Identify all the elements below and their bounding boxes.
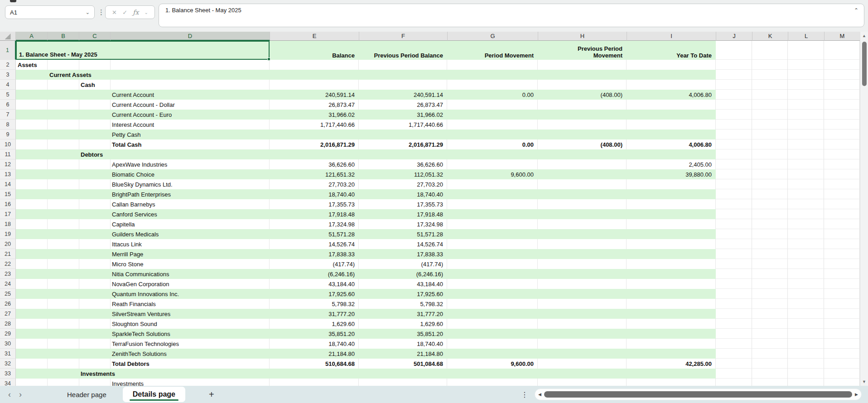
cell[interactable] [447, 339, 538, 349]
row-number[interactable]: 7 [0, 110, 16, 120]
cell[interactable] [627, 110, 716, 120]
cell[interactable] [824, 269, 860, 279]
cell[interactable] [538, 209, 627, 219]
cell[interactable] [788, 70, 824, 80]
cell[interactable] [716, 139, 752, 149]
row-number[interactable]: 9 [0, 130, 16, 139]
cell[interactable]: 9,600.00 [447, 169, 538, 179]
cell-label[interactable]: Ittacus Link [16, 239, 270, 249]
cell-label[interactable]: Assets [16, 60, 270, 70]
cell[interactable] [538, 219, 627, 229]
cell[interactable] [538, 379, 627, 386]
cell[interactable] [538, 189, 627, 199]
cell[interactable] [538, 80, 627, 90]
cell[interactable] [788, 339, 824, 349]
cell[interactable] [447, 329, 538, 339]
cell[interactable] [627, 229, 716, 239]
cell[interactable]: 1,717,440.66 [359, 120, 447, 130]
cell[interactable] [627, 279, 716, 289]
cell[interactable] [627, 179, 716, 189]
cell[interactable] [788, 149, 824, 159]
vertical-scrollbar-thumb[interactable] [862, 42, 867, 86]
selected-title-cell[interactable]: 1. Balance Sheet - May 2025 [16, 41, 270, 60]
cell[interactable]: 31,966.02 [270, 110, 359, 120]
row-number[interactable]: 11 [0, 149, 16, 159]
cell[interactable] [716, 120, 752, 130]
cell[interactable]: 510,684.68 [270, 359, 359, 369]
cell[interactable]: 17,324.98 [359, 219, 447, 229]
cell[interactable] [824, 130, 860, 139]
cell[interactable] [359, 379, 447, 386]
cell[interactable] [824, 249, 860, 259]
cell[interactable] [270, 80, 359, 90]
cell[interactable] [538, 319, 627, 329]
cell[interactable] [824, 100, 860, 110]
column-header-M[interactable]: M [825, 32, 860, 41]
cell[interactable] [716, 279, 752, 289]
cell-label[interactable]: Reath Financials [16, 299, 270, 309]
row-number[interactable]: 8 [0, 120, 16, 130]
cell[interactable] [716, 159, 752, 169]
row-number[interactable]: 12 [0, 159, 16, 169]
cell[interactable] [627, 259, 716, 269]
cell[interactable] [447, 209, 538, 219]
cell[interactable] [824, 329, 860, 339]
cell[interactable] [447, 189, 538, 199]
cell[interactable] [788, 189, 824, 199]
cell[interactable]: 39,880.00 [627, 169, 716, 179]
cell[interactable]: 18,740.40 [270, 189, 359, 199]
cell[interactable] [716, 130, 752, 139]
cell[interactable] [788, 159, 824, 169]
cell[interactable] [538, 339, 627, 349]
cell[interactable] [752, 159, 788, 169]
fx-chevron-icon[interactable]: ⌄ [144, 10, 148, 15]
column-header-C[interactable]: C [79, 32, 111, 41]
cell[interactable] [447, 319, 538, 329]
cell[interactable] [359, 369, 447, 379]
cell[interactable] [447, 179, 538, 189]
cell[interactable] [752, 219, 788, 229]
cell[interactable] [447, 349, 538, 359]
cell[interactable]: 43,184.40 [359, 279, 447, 289]
cell[interactable] [788, 199, 824, 209]
cell[interactable] [716, 229, 752, 239]
cell[interactable]: 18,740.40 [270, 339, 359, 349]
scroll-left-icon[interactable]: ◀ [538, 392, 541, 397]
row-number[interactable]: 5 [0, 90, 16, 100]
cell[interactable]: 17,925.60 [359, 289, 447, 299]
cell[interactable] [824, 239, 860, 249]
cell-label[interactable]: Interest Account [16, 120, 270, 130]
cell[interactable] [716, 319, 752, 329]
cell-label[interactable]: Total Debtors [16, 359, 270, 369]
cell[interactable] [627, 299, 716, 309]
cell[interactable]: 2,405.00 [627, 159, 716, 169]
cell[interactable] [716, 259, 752, 269]
column-header-A[interactable]: A [16, 32, 48, 41]
cell-label[interactable]: Current Account [16, 90, 270, 100]
cell[interactable] [716, 219, 752, 229]
cell[interactable] [788, 80, 824, 90]
cell[interactable] [752, 90, 788, 100]
cell[interactable] [788, 309, 824, 319]
cell[interactable] [359, 130, 447, 139]
cell[interactable]: 21,184.80 [270, 349, 359, 359]
cell[interactable]: 18,740.40 [359, 189, 447, 199]
cell[interactable] [270, 130, 359, 139]
cell[interactable] [447, 289, 538, 299]
row-number[interactable]: 26 [0, 299, 16, 309]
cell[interactable]: 17,918.48 [359, 209, 447, 219]
cell[interactable] [538, 329, 627, 339]
cell[interactable] [538, 169, 627, 179]
cell[interactable]: 26,873.47 [270, 100, 359, 110]
cell[interactable] [716, 369, 752, 379]
row-number[interactable]: 17 [0, 209, 16, 219]
cell-label[interactable]: Nitia Communications [16, 269, 270, 279]
cell[interactable]: 112,051.32 [359, 169, 447, 179]
cell[interactable] [824, 80, 860, 90]
cell[interactable] [752, 139, 788, 149]
row-number[interactable]: 27 [0, 309, 16, 319]
row-number[interactable]: 1 [0, 41, 16, 60]
cell[interactable] [447, 269, 538, 279]
cell[interactable] [788, 289, 824, 299]
cell[interactable] [752, 319, 788, 329]
